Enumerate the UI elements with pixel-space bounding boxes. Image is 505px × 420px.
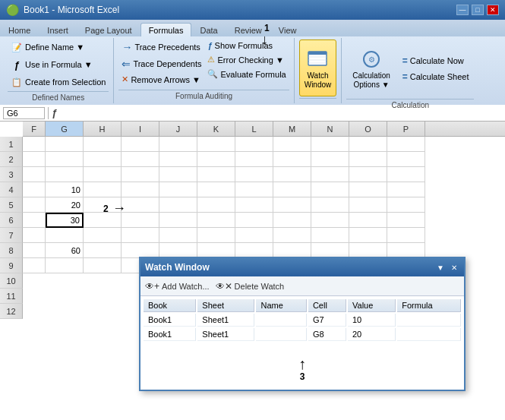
cell-f6[interactable] bbox=[23, 213, 46, 228]
cell-f1[interactable] bbox=[23, 137, 46, 152]
cell-i7[interactable] bbox=[122, 228, 159, 243]
cell-m4[interactable] bbox=[273, 182, 311, 197]
name-box[interactable] bbox=[3, 107, 45, 119]
cell-p3[interactable] bbox=[387, 167, 425, 182]
col-header-g[interactable]: G bbox=[46, 122, 84, 136]
remove-arrows-button[interactable]: ✕ Remove Arrows ▼ bbox=[118, 73, 204, 86]
cell-p6[interactable] bbox=[387, 213, 425, 228]
cell-i1[interactable] bbox=[122, 137, 159, 152]
cell-j8[interactable] bbox=[159, 243, 197, 258]
cell-o8[interactable] bbox=[349, 243, 387, 258]
define-name-button[interactable]: 📝 Define Name ▼ bbox=[8, 39, 87, 55]
calculate-sheet-button[interactable]: = Calculate Sheet bbox=[399, 70, 472, 84]
cell-n1[interactable] bbox=[311, 137, 349, 152]
cell-i4[interactable] bbox=[122, 182, 159, 197]
cell-f3[interactable] bbox=[23, 167, 46, 182]
cell-h3[interactable] bbox=[84, 167, 122, 182]
watch-row-2[interactable]: Book1 Sheet1 G8 20 bbox=[144, 328, 461, 341]
cell-h7[interactable] bbox=[84, 228, 122, 243]
col-header-n[interactable]: N bbox=[311, 122, 349, 136]
cell-n4[interactable] bbox=[311, 182, 349, 197]
cell-o7[interactable] bbox=[349, 228, 387, 243]
cell-g4[interactable]: 10 bbox=[46, 182, 84, 197]
cell-n2[interactable] bbox=[311, 152, 349, 167]
cell-h4[interactable] bbox=[84, 182, 122, 197]
watch-close-icon[interactable]: ✕ bbox=[449, 262, 459, 273]
cell-g5[interactable]: 20 bbox=[46, 197, 84, 213]
cell-h1[interactable] bbox=[84, 137, 122, 152]
delete-watch-button[interactable]: 👁✕ Delete Watch bbox=[216, 281, 285, 292]
cell-f5[interactable] bbox=[23, 197, 46, 213]
evaluate-formula-button[interactable]: 🔍 Evaluate Formula bbox=[204, 68, 289, 81]
cell-g9[interactable] bbox=[46, 258, 84, 273]
cell-j6[interactable] bbox=[159, 213, 197, 228]
cell-h2[interactable] bbox=[84, 152, 122, 167]
cell-f2[interactable] bbox=[23, 152, 46, 167]
tab-formulas[interactable]: Formulas bbox=[140, 23, 192, 36]
close-button[interactable]: ✕ bbox=[487, 5, 499, 15]
cell-g2[interactable] bbox=[46, 152, 84, 167]
cell-j1[interactable] bbox=[159, 137, 197, 152]
col-header-k[interactable]: K bbox=[197, 122, 235, 136]
cell-p2[interactable] bbox=[387, 152, 425, 167]
col-header-m[interactable]: M bbox=[273, 122, 311, 136]
cell-l8[interactable] bbox=[235, 243, 273, 258]
cell-k1[interactable] bbox=[197, 137, 235, 152]
cell-p7[interactable] bbox=[387, 228, 425, 243]
cell-p5[interactable] bbox=[387, 197, 425, 213]
cell-o5[interactable] bbox=[349, 197, 387, 213]
watch-dropdown-icon[interactable]: ▼ bbox=[435, 262, 446, 273]
cell-m8[interactable] bbox=[273, 243, 311, 258]
cell-n7[interactable] bbox=[311, 228, 349, 243]
cell-i3[interactable] bbox=[122, 167, 159, 182]
col-header-j[interactable]: J bbox=[159, 122, 197, 136]
calculate-now-button[interactable]: = Calculate Now bbox=[399, 54, 472, 68]
minimize-button[interactable]: — bbox=[456, 5, 469, 15]
cell-f4[interactable] bbox=[23, 182, 46, 197]
cell-l4[interactable] bbox=[235, 182, 273, 197]
cell-m7[interactable] bbox=[273, 228, 311, 243]
cell-m3[interactable] bbox=[273, 167, 311, 182]
col-header-f[interactable]: F bbox=[23, 122, 46, 136]
cell-o2[interactable] bbox=[349, 152, 387, 167]
cell-n3[interactable] bbox=[311, 167, 349, 182]
cell-f7[interactable] bbox=[23, 228, 46, 243]
tab-page-layout[interactable]: Page Layout bbox=[77, 23, 140, 36]
cell-p8[interactable] bbox=[387, 243, 425, 258]
cell-o4[interactable] bbox=[349, 182, 387, 197]
cell-k8[interactable] bbox=[197, 243, 235, 258]
col-header-o[interactable]: O bbox=[349, 122, 387, 136]
cell-l2[interactable] bbox=[235, 152, 273, 167]
cell-j2[interactable] bbox=[159, 152, 197, 167]
tab-home[interactable]: Home bbox=[0, 23, 39, 36]
cell-k2[interactable] bbox=[197, 152, 235, 167]
cell-k5[interactable] bbox=[197, 197, 235, 213]
maximize-button[interactable]: □ bbox=[472, 5, 484, 15]
cell-o6[interactable] bbox=[349, 213, 387, 228]
cell-n8[interactable] bbox=[311, 243, 349, 258]
use-in-formula-button[interactable]: ƒ Use in Formula ▼ bbox=[8, 57, 96, 72]
watch-window-button[interactable]: WatchWindow bbox=[299, 39, 337, 96]
tab-view[interactable]: View bbox=[270, 23, 305, 36]
cell-i8[interactable] bbox=[122, 243, 159, 258]
cell-m5[interactable] bbox=[273, 197, 311, 213]
cell-o1[interactable] bbox=[349, 137, 387, 152]
error-checking-button[interactable]: ⚠ Error Checking ▼ bbox=[204, 53, 289, 66]
cell-l7[interactable] bbox=[235, 228, 273, 243]
add-watch-button[interactable]: 👁+ Add Watch... bbox=[145, 281, 210, 292]
cell-k6[interactable] bbox=[197, 213, 235, 228]
cell-l6[interactable] bbox=[235, 213, 273, 228]
cell-i5[interactable] bbox=[122, 197, 159, 213]
cell-k4[interactable] bbox=[197, 182, 235, 197]
show-formulas-button[interactable]: ƒ Show Formulas bbox=[204, 39, 289, 52]
cell-g6[interactable]: 30 bbox=[46, 213, 84, 228]
cell-m6[interactable] bbox=[273, 213, 311, 228]
cell-g8[interactable]: 60 bbox=[46, 243, 84, 258]
col-header-l[interactable]: L bbox=[235, 122, 273, 136]
create-from-selection-button[interactable]: 📋 Create from Selection bbox=[8, 74, 109, 90]
cell-k3[interactable] bbox=[197, 167, 235, 182]
calculation-options-button[interactable]: ⚙ CalculationOptions ▼ bbox=[349, 43, 393, 94]
cell-j3[interactable] bbox=[159, 167, 197, 182]
cell-o3[interactable] bbox=[349, 167, 387, 182]
cell-j5[interactable] bbox=[159, 197, 197, 213]
